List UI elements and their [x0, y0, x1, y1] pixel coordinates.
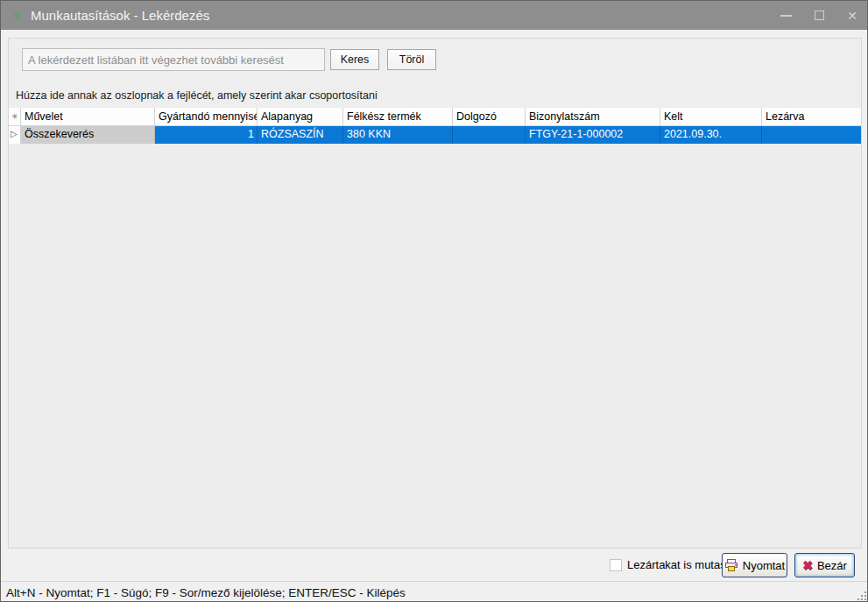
search-button[interactable]: Keres [330, 49, 379, 70]
grid-options-icon: ✳ [11, 112, 18, 121]
cell-felkesz-termek[interactable]: 380 KKN [343, 126, 453, 144]
cell-alapanyag[interactable]: RÓZSASZÍN [258, 126, 343, 144]
maximize-button[interactable] [802, 1, 836, 30]
table-row[interactable]: ▷ Összekeverés 1 RÓZSASZÍN 380 KKN FTGY-… [9, 126, 861, 144]
minimize-button[interactable] [769, 1, 802, 30]
column-header-muvelet[interactable]: Művelet [21, 108, 155, 125]
column-header-felkesz-termek[interactable]: Félkész termék [343, 108, 453, 125]
clear-search-button[interactable]: Töröl [387, 49, 436, 70]
minimize-icon [780, 15, 792, 17]
grid-header: ✳ Művelet Gyártandó mennyiség Alapanyag … [9, 108, 861, 126]
window-controls: ✕ [769, 1, 868, 30]
group-by-hint[interactable]: Húzza ide annak az oszlopnak a fejlécét,… [16, 89, 378, 102]
cell-bizonylatszam[interactable]: FTGY-21-1-000002 [526, 126, 660, 144]
row-indicator: ▷ [9, 126, 21, 144]
column-header-dolgozo[interactable]: Dolgozó [453, 108, 526, 125]
status-bar: Alt+N - Nyomtat; F1 - Súgó; F9 - Sor/mez… [1, 581, 868, 602]
app-icon: ✳ [10, 9, 25, 22]
grid-options-button[interactable]: ✳ [9, 108, 21, 125]
row-arrow-icon: ▷ [11, 129, 18, 138]
maximize-icon [815, 11, 824, 20]
grid-empty-area [9, 144, 861, 548]
column-header-lezarva[interactable]: Lezárva [762, 108, 861, 125]
red-x-icon: ✖ [802, 559, 813, 571]
close-form-button[interactable]: ✖ Bezár [794, 553, 855, 577]
cell-muvelet[interactable]: Összekeverés [21, 126, 155, 144]
cell-lezarva[interactable] [762, 126, 861, 144]
cell-dolgozo[interactable] [453, 126, 526, 144]
close-button[interactable]: ✕ [836, 1, 868, 30]
status-shortcuts-text: Alt+N - Nyomtat; F1 - Súgó; F9 - Sor/mez… [6, 586, 406, 599]
close-icon: ✕ [847, 10, 857, 22]
resize-grip[interactable] [857, 591, 866, 600]
column-header-bizonylatszam[interactable]: Bizonylatszám [526, 108, 660, 125]
search-input[interactable] [22, 48, 325, 71]
print-button[interactable]: Nyomtat [722, 553, 787, 577]
close-button-label: Bezár [817, 559, 847, 572]
app-window: ✳ Munkautasítások - Lekérdezés ✕ Keres T… [0, 0, 868, 602]
column-header-kelt[interactable]: Kelt [660, 108, 762, 125]
printer-icon [724, 558, 738, 572]
column-header-alapanyag[interactable]: Alapanyag [258, 108, 343, 125]
column-header-gyartando-mennyiseg[interactable]: Gyártandó mennyiség [155, 108, 258, 125]
window-title: Munkautasítások - Lekérdezés [31, 8, 209, 23]
titlebar: ✳ Munkautasítások - Lekérdezés ✕ [1, 1, 868, 30]
cell-kelt[interactable]: 2021.09.30. [660, 126, 762, 144]
show-closed-checkbox[interactable] [610, 559, 622, 571]
print-button-label: Nyomtat [743, 559, 785, 572]
cell-gyartando-mennyiseg[interactable]: 1 [155, 126, 258, 144]
